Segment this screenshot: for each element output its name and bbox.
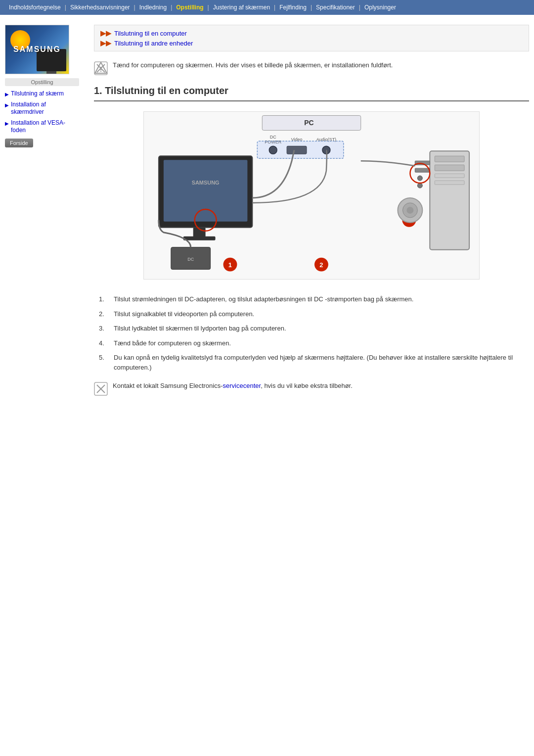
svg-text:DC: DC	[187, 257, 194, 262]
quick-link-label-1: Tilslutning til en computer	[114, 30, 187, 37]
instruction-text-1: Tilslut strømledningen til DC-adapteren,…	[114, 295, 413, 303]
svg-rect-20	[183, 236, 216, 240]
bottom-note-text: Kontakt et lokalt Samsung Electronics-se…	[113, 382, 353, 389]
sidebar-item-tilslutning-skarm[interactable]: ▶ Tilslutning af skærm	[5, 90, 79, 98]
connection-diagram: PC DC POWER Video Audio(ST)	[143, 111, 480, 280]
nav-item-6[interactable]: Specifikationer	[312, 3, 359, 12]
svg-rect-15	[257, 141, 343, 158]
sidebar-link-label-2: Installation af skærmdriver	[11, 101, 79, 116]
instruction-item-2: 2. Tilslut signalkablet til videoporten …	[114, 309, 529, 319]
main-container: SAMSUNG Opstilling ▶ Tilslutning af skær…	[0, 15, 534, 406]
svg-text:PC: PC	[304, 119, 313, 127]
instruction-item-1: 1. Tilslut strømledningen til DC-adapter…	[114, 294, 529, 304]
double-arrow-icon-1: ▶▶	[100, 29, 111, 37]
svg-rect-32	[435, 174, 464, 178]
sidebar-item-installation-driver[interactable]: ▶ Installation af skærmdriver	[5, 101, 79, 116]
svg-rect-17	[164, 160, 248, 222]
sidebar-item-installation-vesa[interactable]: ▶ Installation af VESA-foden	[5, 119, 79, 135]
content-area: ▶▶ Tilslutning til en computer ▶▶ Tilslu…	[84, 25, 529, 396]
svg-point-36	[417, 176, 422, 181]
arrow-icon-3: ▶	[5, 120, 9, 127]
nav-bar: Indholdsfortegnelse | Sikkerhedsanvisnin…	[0, 0, 534, 15]
nav-item-2[interactable]: Indledning	[135, 3, 171, 12]
svg-rect-30	[435, 156, 464, 162]
svg-rect-31	[435, 165, 464, 171]
sidebar-link-label-1: Tilslutning af skærm	[11, 90, 64, 98]
quick-link-label-2: Tilslutning til andre enheder	[114, 40, 193, 47]
sidebar-section-label: Opstilling	[5, 78, 79, 86]
svg-point-40	[406, 207, 413, 214]
instruction-num-2: 2.	[99, 309, 104, 319]
info-text: Tænd for computeren og skærmen. Hvis der…	[113, 61, 393, 69]
nav-item-0[interactable]: Indholdsfortegnelse	[5, 3, 65, 12]
svg-rect-35	[415, 168, 430, 172]
quick-links-box: ▶▶ Tilslutning til en computer ▶▶ Tilslu…	[94, 25, 529, 51]
quick-link-1[interactable]: ▶▶ Tilslutning til en computer	[100, 29, 523, 37]
forside-button[interactable]: Forside	[5, 139, 33, 147]
arrow-icon-2: ▶	[5, 102, 9, 108]
svg-text:SAMSUNG: SAMSUNG	[192, 180, 220, 186]
instruction-num-4: 4.	[99, 338, 104, 348]
info-icon: !	[94, 61, 108, 75]
nav-item-3[interactable]: Opstilling	[172, 3, 207, 12]
instructions-list: 1. Tilslut strømledningen til DC-adapter…	[94, 294, 529, 372]
instruction-item-3: 3. Tilslut lydkablet til skærmen til lyd…	[114, 324, 529, 333]
nav-item-7[interactable]: Oplysninger	[360, 3, 400, 12]
bottom-note-suffix: , hvis du vil købe ekstra tilbehør.	[261, 382, 353, 389]
quick-link-2[interactable]: ▶▶ Tilslutning til andre enheder	[100, 39, 523, 47]
svg-text:1: 1	[228, 261, 232, 269]
bottom-note-prefix: Kontakt et lokalt Samsung Electronics-	[113, 382, 223, 389]
svg-rect-33	[435, 181, 464, 185]
instruction-text-4: Tænd både for computeren og skærmen.	[114, 339, 231, 347]
instruction-num-5: 5.	[99, 353, 104, 363]
sidebar: SAMSUNG Opstilling ▶ Tilslutning af skær…	[5, 25, 84, 396]
bottom-note-icon	[94, 382, 108, 396]
svg-text:DC: DC	[270, 135, 276, 140]
instruction-text-2: Tilslut signalkablet til videoporten på …	[114, 310, 254, 318]
arrow-icon-1: ▶	[5, 91, 9, 97]
nav-item-4[interactable]: Justering af skærmen	[209, 3, 274, 12]
diagram-svg: PC DC POWER Video Audio(ST)	[144, 111, 479, 280]
diagram-area: PC DC POWER Video Audio(ST)	[94, 111, 529, 280]
samsung-logo: SAMSUNG	[5, 25, 69, 74]
svg-text:2: 2	[319, 261, 323, 269]
instruction-num-3: 3.	[99, 324, 104, 333]
instruction-text-5: Du kan opnå en tydelig kvalitetslyd fra …	[114, 354, 513, 371]
svg-point-37	[417, 183, 422, 188]
section-title: 1. Tilslutning til en computer	[94, 85, 529, 101]
servicecenter-link[interactable]: servicecenter	[223, 382, 261, 389]
nav-item-5[interactable]: Fejlfinding	[275, 3, 311, 12]
bottom-note: Kontakt et lokalt Samsung Electronics-se…	[94, 382, 529, 396]
instruction-text-3: Tilslut lydkablet til skærmen til lydpor…	[114, 325, 286, 332]
instruction-item-5: 5. Du kan opnå en tydelig kvalitetslyd f…	[114, 353, 529, 372]
brand-name: SAMSUNG	[13, 45, 61, 54]
instruction-item-4: 4. Tænd både for computeren og skærmen.	[114, 338, 529, 348]
instruction-num-1: 1.	[99, 294, 104, 304]
sidebar-link-label-3: Installation af VESA-foden	[11, 119, 79, 135]
info-note: ! Tænd for computeren og skærmen. Hvis d…	[94, 61, 529, 75]
double-arrow-icon-2: ▶▶	[100, 39, 111, 47]
nav-item-1[interactable]: Sikkerhedsanvisninger	[66, 3, 134, 12]
